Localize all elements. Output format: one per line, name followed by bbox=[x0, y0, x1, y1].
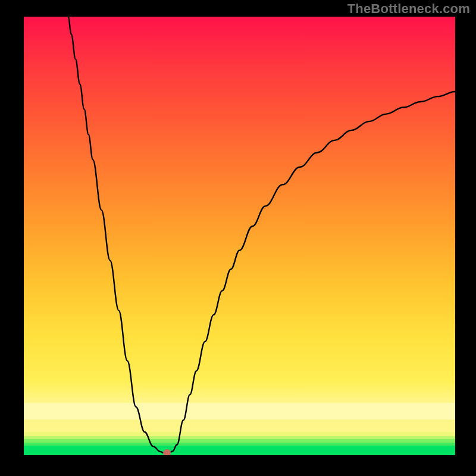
optimal-point-marker bbox=[163, 449, 171, 455]
curve-svg bbox=[24, 17, 455, 455]
plot-area bbox=[24, 17, 455, 455]
chart-frame: TheBottleneck.com bbox=[0, 0, 476, 476]
watermark-text: TheBottleneck.com bbox=[347, 1, 470, 17]
bottleneck-curve bbox=[68, 17, 455, 453]
